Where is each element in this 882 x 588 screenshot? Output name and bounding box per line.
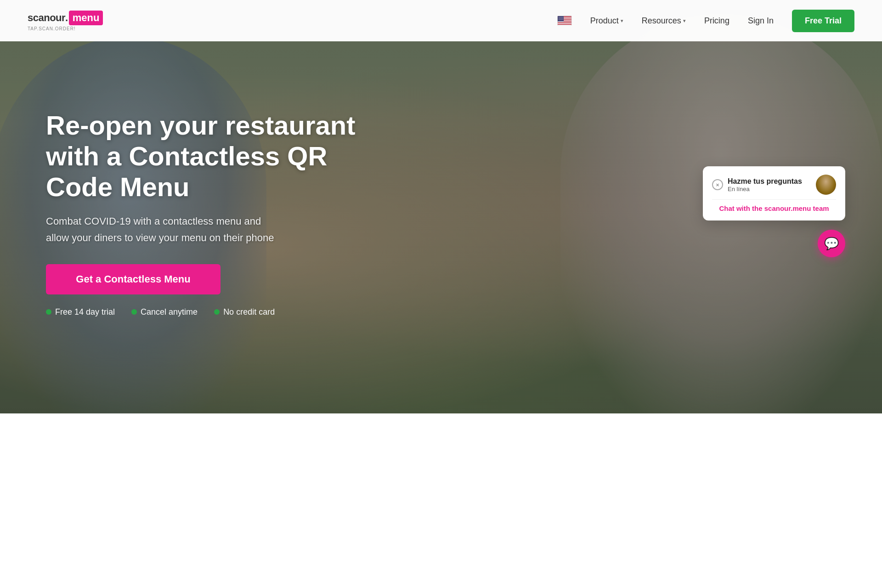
chat-bubble-icon: 💬 [824,237,839,251]
hero-badges: Free 14 day trial Cancel anytime No cred… [46,307,882,317]
nav-pricing[interactable]: Pricing [704,16,729,26]
nav-signin[interactable]: Sign In [748,16,774,26]
bottom-section [0,413,882,588]
logo[interactable]: scanour . menu TAP.SCAN.ORDER! [28,11,103,31]
navbar: scanour . menu TAP.SCAN.ORDER! ★★★★★★ ★★… [0,0,882,41]
logo-tagline: TAP.SCAN.ORDER! [28,26,103,31]
chat-avatar [816,175,836,195]
nav-product-label: Product [590,16,619,26]
logo-menu-text: menu [69,11,103,25]
hero-title: Re-open your restaurant with a Contactle… [46,110,368,202]
badge-dot-3 [214,309,220,315]
hero-content: Re-open your restaurant with a Contactle… [0,41,882,413]
get-contactless-menu-button[interactable]: Get a Contactless Menu [46,264,220,294]
nav-resources[interactable]: Resources ▾ [642,16,686,26]
badge-free-trial-label: Free 14 day trial [55,307,115,317]
chat-title: Hazme tus preguntas [728,177,816,186]
badge-cancel-label: Cancel anytime [141,307,198,317]
hero-section: Re-open your restaurant with a Contactle… [0,0,882,413]
chat-close-button[interactable]: × [712,179,723,190]
nav-resources-label: Resources [642,16,681,26]
hero-subtitle: Combat COVID-19 with a contactless menu … [46,213,285,245]
badge-dot-1 [46,309,51,315]
svg-rect-4 [558,22,572,23]
chat-bubble-button[interactable]: 💬 [818,230,845,257]
svg-rect-5 [558,23,572,24]
free-trial-button[interactable]: Free Trial [792,10,854,32]
nav-signin-label: Sign In [748,16,774,25]
badge-cancel: Cancel anytime [131,307,198,317]
svg-rect-6 [558,25,572,26]
nav-product[interactable]: Product ▾ [590,16,623,26]
badge-dot-2 [131,309,137,315]
chat-header: × Hazme tus preguntas En línea [712,175,836,195]
chat-status: En línea [728,186,816,192]
chat-info: Hazme tus preguntas En línea [728,177,816,192]
logo-scanour-text: scanour [28,12,65,24]
resources-chevron-icon: ▾ [683,18,686,24]
logo-dot: . [65,12,68,24]
language-flag[interactable]: ★★★★★★ ★★★★★ ★★★★★★ ★★★★★ ★★★★★★ [557,16,572,26]
badge-no-credit-card: No credit card [214,307,275,317]
nav-links: ★★★★★★ ★★★★★ ★★★★★★ ★★★★★ ★★★★★★ Product… [557,10,854,32]
badge-no-credit-card-label: No credit card [223,307,275,317]
chat-widget: × Hazme tus preguntas En línea Chat with… [703,166,845,220]
nav-pricing-label: Pricing [704,16,729,26]
product-chevron-icon: ▾ [621,18,623,24]
chat-avatar-image [816,175,836,195]
badge-free-trial: Free 14 day trial [46,307,115,317]
chat-cta-link[interactable]: Chat with the scanour.menu team [712,199,836,212]
